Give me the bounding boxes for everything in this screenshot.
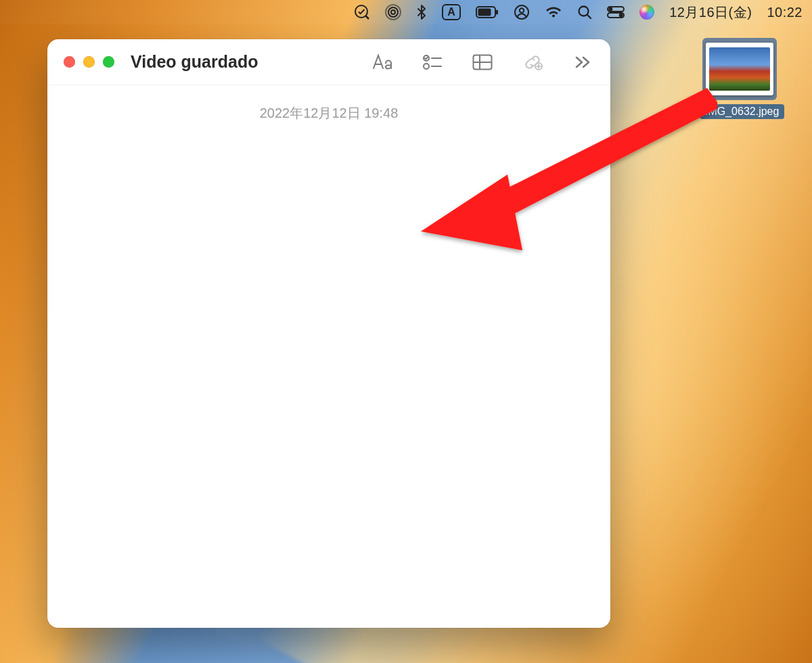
file-thumbnail-image	[709, 47, 770, 91]
note-timestamp: 2022年12月12日 19:48	[66, 104, 591, 122]
zoom-button[interactable]	[103, 56, 114, 68]
minimize-button[interactable]	[83, 56, 95, 68]
table-button[interactable]	[471, 51, 494, 74]
file-thumbnail-frame	[706, 43, 773, 95]
siri-icon[interactable]	[639, 5, 654, 20]
format-button[interactable]	[371, 51, 394, 74]
spotlight-search-icon[interactable]	[577, 5, 592, 20]
svg-rect-6	[496, 10, 498, 15]
more-toolbar-button[interactable]	[571, 51, 594, 74]
svg-point-16	[424, 64, 429, 69]
notes-toolbar	[258, 51, 594, 74]
svg-point-1	[391, 10, 395, 14]
svg-point-2	[388, 7, 398, 17]
close-button[interactable]	[64, 56, 75, 68]
svg-rect-5	[478, 9, 491, 16]
menubar: A 12月16日(金) 10:22	[0, 0, 812, 24]
file-name-label: IMG_0632.jpeg	[700, 104, 784, 119]
svg-point-11	[609, 8, 612, 11]
bluetooth-icon[interactable]	[416, 4, 427, 20]
svg-point-8	[520, 8, 524, 12]
user-account-icon[interactable]	[514, 4, 530, 20]
control-center-icon[interactable]	[607, 6, 625, 18]
window-title: Video guardado	[131, 52, 258, 72]
file-selection-highlight	[702, 38, 777, 100]
notes-window: Video guardado	[47, 39, 610, 628]
note-body[interactable]: 2022年12月12日 19:48	[47, 85, 610, 141]
desktop-file[interactable]: IMG_0632.jpeg	[700, 38, 780, 119]
ime-letter: A	[442, 4, 461, 20]
battery-icon[interactable]	[476, 6, 499, 18]
link-button[interactable]	[521, 51, 544, 74]
checklist-button[interactable]	[421, 51, 444, 74]
wifi-icon[interactable]	[545, 5, 562, 19]
airdrop-icon[interactable]	[385, 4, 401, 20]
svg-point-13	[620, 14, 623, 17]
input-source-indicator[interactable]: A	[442, 4, 461, 20]
traffic-lights	[64, 56, 114, 68]
menubar-time[interactable]: 10:22	[767, 5, 803, 20]
window-titlebar[interactable]: Video guardado	[47, 39, 610, 85]
menubar-date[interactable]: 12月16日(金)	[669, 3, 752, 22]
task-check-icon[interactable]	[354, 4, 370, 20]
